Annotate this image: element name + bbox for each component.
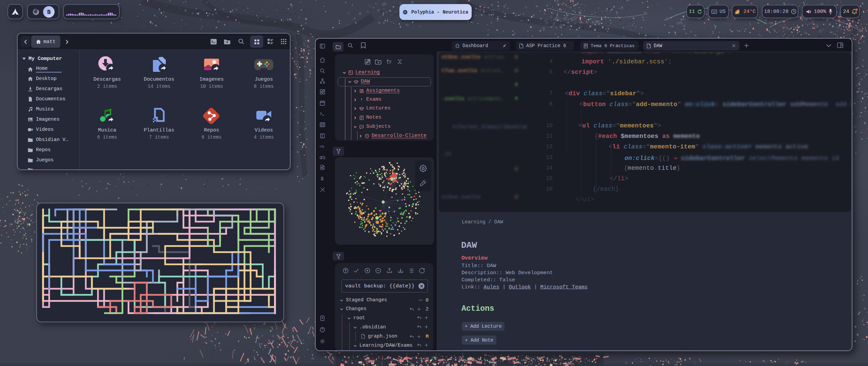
svg-text:$: $	[321, 176, 324, 182]
svg-text:<%: <%	[319, 144, 324, 149]
